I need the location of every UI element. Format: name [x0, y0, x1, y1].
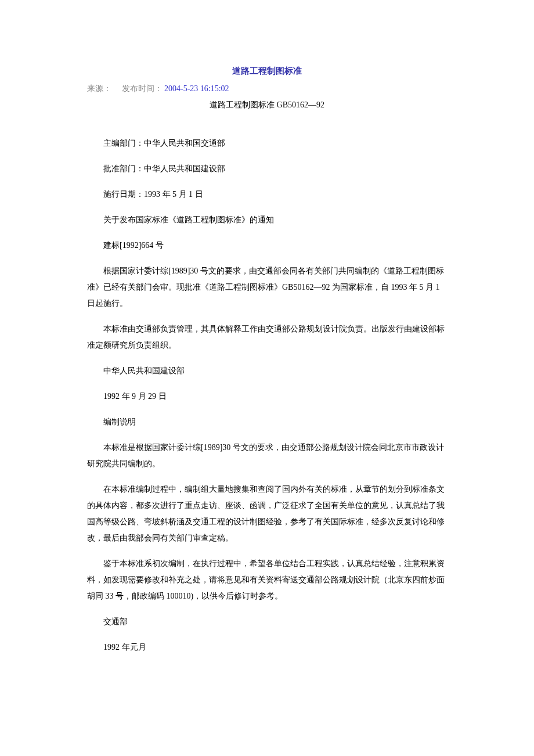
paragraph: 鉴于本标准系初次编制，在执行过程中，希望各单位结合工程实践，认真总结经验，注意积… [87, 556, 447, 604]
source-label: 来源： [87, 84, 111, 93]
paragraph: 在本标准编制过程中，编制组大量地搜集和查阅了国内外有关的标准，从章节的划分到标准… [87, 481, 447, 546]
paragraph: 施行日期：1993 年 5 月 1 日 [87, 186, 447, 203]
paragraph: 1992 年 9 月 29 日 [87, 388, 447, 405]
paragraph: 编制说明 [87, 414, 447, 430]
pubtime-label [114, 84, 120, 93]
paragraph: 中华人民共和国建设部 [87, 363, 447, 379]
paragraph: 1992 年元月 [87, 639, 447, 656]
paragraph: 主编部门：中华人民共和国交通部 [87, 135, 447, 152]
paragraph: 建标[1992]664 号 [87, 237, 447, 254]
paragraph: 本标准由交通部负责管理，其具体解释工作由交通部公路规划设计院负责。出版发行由建设… [87, 321, 447, 354]
paragraph: 批准部门：中华人民共和国建设部 [87, 161, 447, 177]
paragraph: 本标准是根据国家计委计综[1989]30 号文的要求，由交通部公路规划设计院会同… [87, 440, 447, 472]
meta-line: 来源： 发布时间： 2004-5-23 16:15:02 [87, 82, 447, 95]
paragraph: 关于发布国家标准《道路工程制图标准》的通知 [87, 212, 447, 228]
document-title: 道路工程制图标准 [87, 64, 447, 78]
pubtime-label-text: 发布时间： [122, 84, 163, 93]
document-subtitle: 道路工程制图标准 GB50162—92 [87, 99, 447, 111]
paragraph: 根据国家计委计综[1989]30 号文的要求，由交通部会同各有关部门共同编制的《… [87, 263, 447, 312]
pubtime-value: 2004-5-23 16:15:02 [164, 84, 229, 93]
paragraph: 交通部 [87, 614, 447, 630]
